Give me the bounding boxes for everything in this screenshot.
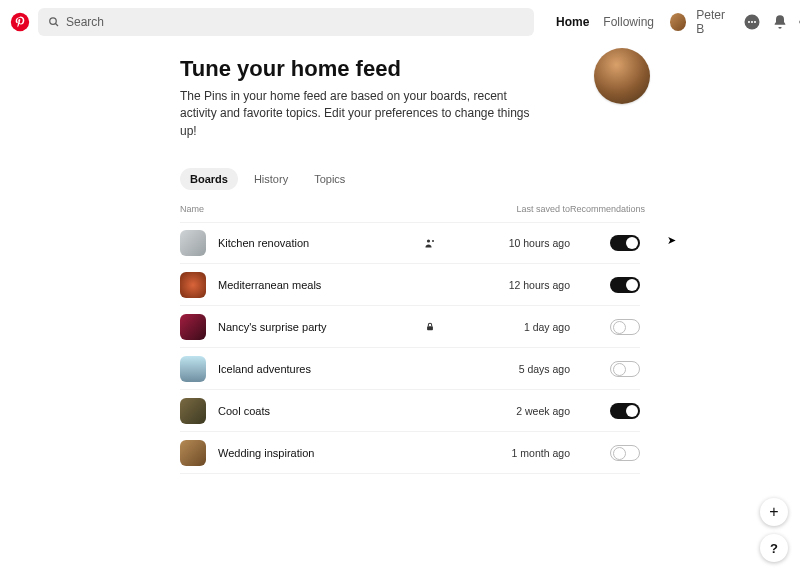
board-name-label: Wedding inspiration xyxy=(218,447,314,459)
svg-rect-8 xyxy=(427,326,433,330)
board-thumbnail xyxy=(180,314,206,340)
col-last: Last saved to xyxy=(450,204,570,214)
add-button[interactable]: + xyxy=(760,498,788,526)
last-saved-label: 2 week ago xyxy=(450,405,570,417)
search-placeholder: Search xyxy=(66,15,104,29)
lock-icon xyxy=(410,322,450,332)
toggle-cell xyxy=(570,319,640,335)
search-icon xyxy=(48,16,60,28)
board-name-label: Kitchen renovation xyxy=(218,237,309,249)
table-row: Kitchen renovation10 hours ago xyxy=(180,222,640,264)
toggle-cell xyxy=(570,445,640,461)
board-name-cell[interactable]: Nancy's surprise party xyxy=(180,314,410,340)
last-saved-label: 1 month ago xyxy=(450,447,570,459)
svg-point-7 xyxy=(427,240,430,243)
recommendations-toggle[interactable] xyxy=(610,319,640,335)
avatar-small[interactable] xyxy=(670,13,686,31)
last-saved-label: 12 hours ago xyxy=(450,279,570,291)
table-row: Nancy's surprise party1 day ago xyxy=(180,306,640,348)
board-name-label: Mediterranean meals xyxy=(218,279,321,291)
header: Search Home Following Peter B ••• xyxy=(0,0,800,44)
svg-point-6 xyxy=(753,21,755,23)
main-content: Tune your home feed The Pins in your hom… xyxy=(180,44,640,474)
toggle-cell xyxy=(570,403,640,419)
col-rec: Recommendations xyxy=(570,204,640,214)
board-name-label: Cool coats xyxy=(218,405,270,417)
svg-point-5 xyxy=(750,21,752,23)
tab-topics[interactable]: Topics xyxy=(304,168,355,190)
user-name[interactable]: Peter B xyxy=(696,8,732,36)
recommendations-toggle[interactable] xyxy=(610,235,640,251)
toggle-cell xyxy=(570,235,640,251)
table-row: Wedding inspiration1 month ago xyxy=(180,432,640,474)
messages-icon[interactable] xyxy=(743,12,761,32)
board-name-cell[interactable]: Iceland adventures xyxy=(180,356,410,382)
svg-point-1 xyxy=(50,18,57,25)
profile-avatar[interactable] xyxy=(594,48,650,104)
col-name: Name xyxy=(180,204,410,214)
board-name-cell[interactable]: Mediterranean meals xyxy=(180,272,410,298)
page-subtitle: The Pins in your home feed are based on … xyxy=(180,88,530,140)
board-name-label: Iceland adventures xyxy=(218,363,311,375)
table-row: Iceland adventures5 days ago xyxy=(180,348,640,390)
board-thumbnail xyxy=(180,440,206,466)
cursor-icon: ➤ xyxy=(667,234,676,247)
table-row: Mediterranean meals12 hours ago xyxy=(180,264,640,306)
notifications-icon[interactable] xyxy=(771,12,789,32)
nav-following[interactable]: Following xyxy=(603,15,654,29)
toggle-cell xyxy=(570,361,640,377)
recommendations-toggle[interactable] xyxy=(610,277,640,293)
last-saved-label: 5 days ago xyxy=(450,363,570,375)
nav-links: Home Following xyxy=(556,15,654,29)
board-thumbnail xyxy=(180,398,206,424)
recommendations-toggle[interactable] xyxy=(610,403,640,419)
board-thumbnail xyxy=(180,272,206,298)
tabs: Boards History Topics xyxy=(180,168,640,190)
pinterest-logo[interactable] xyxy=(10,10,30,34)
toggle-cell xyxy=(570,277,640,293)
search-box[interactable]: Search xyxy=(38,8,534,36)
table-row: Cool coats2 week ago xyxy=(180,390,640,432)
tab-boards[interactable]: Boards xyxy=(180,168,238,190)
last-saved-label: 1 day ago xyxy=(450,321,570,333)
board-name-label: Nancy's surprise party xyxy=(218,321,326,333)
svg-point-0 xyxy=(11,13,29,31)
board-list: Kitchen renovation10 hours agoMediterran… xyxy=(180,222,640,474)
tab-history[interactable]: History xyxy=(244,168,298,190)
nav-home[interactable]: Home xyxy=(556,15,589,29)
recommendations-toggle[interactable] xyxy=(610,361,640,377)
last-saved-label: 10 hours ago xyxy=(450,237,570,249)
column-headers: Name Last saved to Recommendations xyxy=(180,204,640,218)
collaborators-icon xyxy=(410,237,450,249)
board-name-cell[interactable]: Kitchen renovation xyxy=(180,230,410,256)
board-thumbnail xyxy=(180,356,206,382)
svg-line-2 xyxy=(56,24,59,27)
page-title: Tune your home feed xyxy=(180,56,640,82)
user-cluster: Peter B ••• xyxy=(670,8,800,36)
board-name-cell[interactable]: Wedding inspiration xyxy=(180,440,410,466)
recommendations-toggle[interactable] xyxy=(610,445,640,461)
board-thumbnail xyxy=(180,230,206,256)
board-name-cell[interactable]: Cool coats xyxy=(180,398,410,424)
help-button[interactable]: ? xyxy=(760,534,788,562)
svg-point-4 xyxy=(747,21,749,23)
